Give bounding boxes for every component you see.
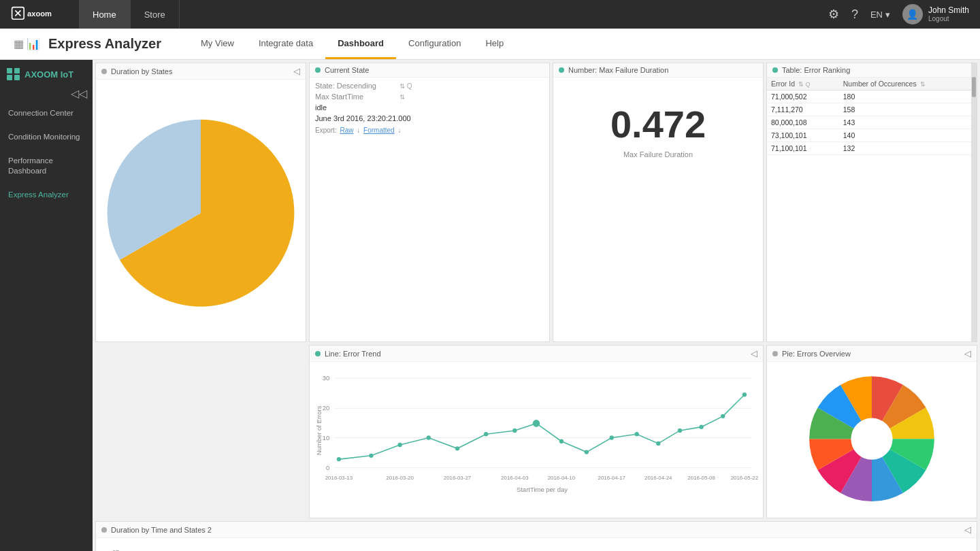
table-row: 71,000,502 180 [767,90,977,103]
panel-header: Line: Error Trend ◁ [310,346,763,362]
help-icon[interactable]: ? [851,7,858,22]
user-info: John Smith Logout [928,5,969,23]
errors-overview-svg [771,366,973,512]
panel-body [96,80,306,341]
nav-store[interactable]: Store [131,0,180,29]
tab-configuration[interactable]: Configuration [396,29,473,59]
sidebar-brand: AXOOM IoT [0,63,93,86]
svg-text:axoom: axoom [27,10,52,18]
panel-body: 0.472 Max Failure Duration [553,78,763,176]
svg-text:10: 10 [323,434,330,441]
panel-header: Pie: Errors Overview ◁ [767,346,977,362]
error-ranking-table: Error Id ⇅ Q Number of Occurences ⇅ [767,78,977,155]
panel-header: Table: Error Ranking [767,63,977,78]
sort-icon: ⇅ Q [399,82,412,90]
main-layout: AXOOM IoT ◁◁ Connection Center Condition… [0,60,980,551]
export-row: Export: Raw ↓ Formatted ↓ [315,127,544,134]
sidebar-item-condition-monitoring[interactable]: Condition Monitoring [0,125,93,149]
sort-icon: ⇅ [920,81,926,88]
starttime-row: Max StartTime ⇅ [315,93,544,101]
state-descending-label: State: Descending [315,82,397,90]
dashboard-grid: Duration by States ◁ [95,63,977,551]
sidebar-label: Performance Dashboard [8,156,53,175]
starttime-sort-icon: ⇅ [399,93,405,101]
big-number-label: Max Failure Duration [557,150,759,172]
formatted-link[interactable]: Formatted [363,127,395,134]
svg-point-23 [610,435,614,439]
panel-header: Number: Max Failure Duration [553,63,763,78]
svg-text:StartTime per day: StartTime per day [517,486,568,493]
panel-header: Duration by States ◁ [96,63,306,80]
tab-help[interactable]: Help [473,29,516,59]
table-row: 80,000,108 143 [767,116,977,129]
app-title: Express Analyzer [48,36,182,52]
nav-home[interactable]: Home [79,0,131,29]
svg-point-40 [851,418,892,460]
line-chart-panel: Line: Error Trend ◁ 30 20 10 0 Number of… [309,345,764,518]
col-occurrences[interactable]: Number of Occurences ⇅ [839,78,977,90]
scrollbar[interactable] [971,63,977,341]
sidebar-item-performance-dashboard[interactable]: Performance Dashboard [0,149,93,183]
sort-icon: ⇅ Q [798,81,811,88]
svg-point-13 [337,457,341,461]
panel-header: Duration by Time and States 2 ◁ [96,522,977,538]
sidebar-item-express-analyzer[interactable]: Express Analyzer [0,183,93,207]
collapse-btn[interactable]: ◁ [293,66,300,76]
panel-indicator [772,67,778,73]
top-navigation: axoom Home Store ⚙ ? EN ▾ 👤 John Smith L… [0,0,980,29]
collapse-btn[interactable]: ◁ [964,524,971,535]
collapse-btn[interactable]: ◁ [751,348,757,358]
panel-indicator [315,351,321,356]
svg-point-27 [699,424,703,429]
grid-icon: ▦ [14,37,24,50]
panel-title: Pie: Errors Overview [782,350,851,358]
collapse-btn[interactable]: ◁ [964,348,971,358]
sidebar-item-connection-center[interactable]: Connection Center [0,101,93,125]
raw-link[interactable]: Raw [340,127,353,134]
export-label: Export: [315,127,337,134]
panel-body: 25 20 15 10 5 0 Sum of Duration [96,538,977,551]
chevron-down-icon: ▾ [885,10,890,20]
line-chart-svg: 30 20 10 0 Number of Errors [314,366,759,510]
app-header: ▦ 📊 Express Analyzer My View Integrate d… [0,29,980,60]
svg-text:2016-04-03: 2016-04-03 [501,475,529,481]
panel-title: Current State [325,66,369,74]
user-menu[interactable]: 👤 John Smith Logout [902,4,969,24]
sidebar-label: Connection Center [8,109,74,117]
state-info: State: Descending ⇅ Q Max StartTime ⇅ id… [310,78,549,138]
settings-icon[interactable]: ⚙ [828,7,839,22]
table-row: 73,100,101 140 [767,129,977,142]
count-cell: 143 [839,116,977,129]
table-row: 71,100,101 132 [767,142,977,155]
sidebar: AXOOM IoT ◁◁ Connection Center Condition… [0,60,93,551]
lang-text: EN [870,10,883,20]
panel-indicator [559,67,564,73]
scrollbar-thumb [972,77,976,97]
svg-point-16 [427,435,431,439]
starttime-value: June 3rd 2016, 23:20:21.000 [315,114,411,122]
language-selector[interactable]: EN ▾ [870,10,890,20]
tab-my-view[interactable]: My View [189,29,246,59]
svg-text:2016-05-22: 2016-05-22 [731,475,758,481]
app-icon: ▦ 📊 [5,37,48,50]
big-number: 0.472 [557,82,759,150]
col-error-id[interactable]: Error Id ⇅ Q [767,78,839,90]
table-row: 7,111,270 158 [767,103,977,116]
errors-overview-panel: Pie: Errors Overview ◁ [766,345,977,518]
toggle-icon[interactable]: ◁◁ [71,87,87,100]
top-nav-right: ⚙ ? EN ▾ 👤 John Smith Logout [828,4,969,24]
svg-text:2016-03-13: 2016-03-13 [325,475,353,481]
tab-dashboard[interactable]: Dashboard [325,29,396,59]
tab-integrate-data[interactable]: Integrate data [246,29,325,59]
error-id-cell: 80,000,108 [767,116,839,129]
sidebar-toggle[interactable]: ◁◁ [0,86,93,101]
panel-title: Table: Error Ranking [782,66,850,74]
idle-row: idle [315,103,544,112]
svg-point-19 [512,429,517,433]
panel-header: Current State [310,63,549,78]
svg-point-29 [742,393,747,397]
svg-point-14 [369,454,373,458]
panel-indicator [772,351,778,356]
svg-text:0: 0 [326,464,329,471]
panel-title: Number: Max Failure Duration [568,66,668,74]
